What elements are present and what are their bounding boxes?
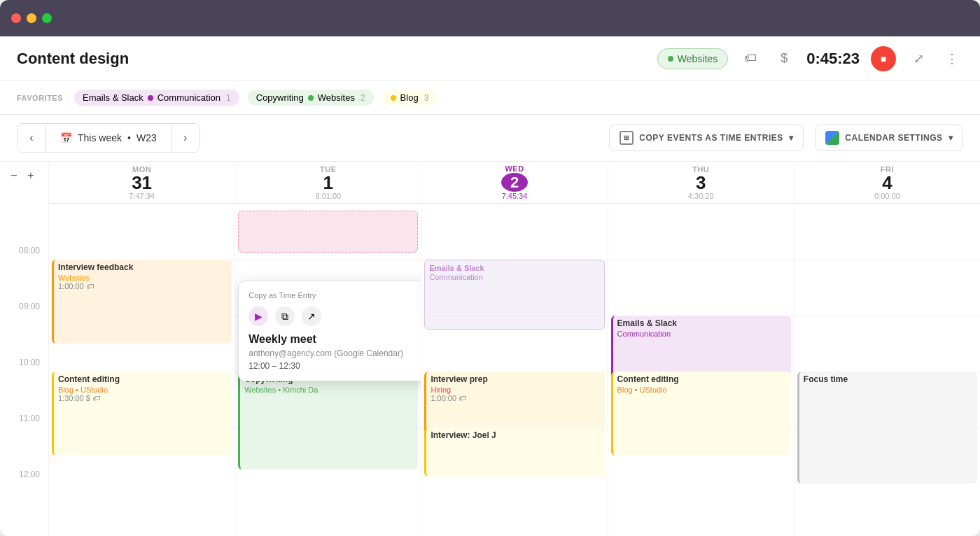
day-header-thu: THU 3 4:30:20 [608, 162, 794, 204]
project-name: Websites [678, 53, 718, 64]
hour-line-fri-0 [794, 204, 980, 204]
calendar-settings-button[interactable]: CALENDAR SETTINGS ▾ [815, 125, 963, 151]
emails-dot [148, 95, 153, 101]
week-number: W23 [136, 132, 157, 143]
event-interview-feedback[interactable]: Interview feedback Websites 1:00:00 🏷 [52, 260, 232, 344]
event-project-ce: Blog • UStudio [58, 386, 227, 394]
stop-button[interactable]: ■ [871, 46, 896, 71]
event-title-esw: Emails & Slack [429, 263, 599, 273]
popup-open-button[interactable]: ↗ [302, 306, 321, 326]
time-1100: 11:00 [0, 414, 48, 470]
hour-line-0 [49, 204, 234, 204]
event-content-editing-mon[interactable]: Content editing Blog • UStudio 1:30:00 $… [52, 372, 232, 456]
blog-count: 3 [424, 93, 429, 103]
event-content-editing-thu[interactable]: Content editing Blog • UStudio [611, 372, 791, 456]
day-time-thu: 4:30:20 [688, 192, 714, 200]
favorites-label: FAVORITES [17, 94, 63, 102]
event-project: Websites [58, 274, 227, 282]
day-num-tue: 1 [323, 174, 333, 192]
calendar-settings-label: CALENDAR SETTINGS [845, 133, 942, 143]
week-separator: • [127, 132, 131, 143]
calendar-body: − + 08:00 09:00 10:00 11:00 12:00 MON 31… [0, 162, 980, 536]
header: Content design Websites 🏷 $ 0:45:23 ■ ⤢ … [0, 36, 980, 81]
event-sub-esw: Communication [429, 273, 599, 281]
tag-icon[interactable]: 🏷 [739, 48, 762, 70]
event-title-ip: Interview prep [430, 374, 600, 386]
project-badge[interactable]: Websites [657, 48, 728, 69]
hour-line-fri-2 [794, 316, 980, 316]
event-emails-slack-wed[interactable]: Emails & Slack Communication [424, 260, 604, 330]
close-button[interactable] [11, 13, 21, 23]
websites-label: Websites [318, 92, 355, 103]
zoom-controls: − + [6, 167, 39, 184]
traffic-lights [11, 13, 52, 23]
day-events-thu: Emails & Slack Communication Content edi… [608, 204, 794, 536]
popup-source: anthony@agency.com (Google Calendar) [248, 348, 421, 358]
hour-line-fri-1 [794, 260, 980, 260]
day-events-mon: Interview feedback Websites 1:00:00 🏷 Co… [49, 204, 234, 536]
day-num-wed: 2 [501, 173, 528, 192]
days-grid: MON 31 7:47:34 Interview feedback Websit… [49, 162, 980, 536]
zoom-in-button[interactable]: + [22, 167, 39, 184]
main-window: Content design Websites 🏷 $ 0:45:23 ■ ⤢ … [0, 0, 980, 536]
day-col-thu: THU 3 4:30:20 Emails & Slack Communicati… [608, 162, 794, 536]
header-actions: Websites 🏷 $ 0:45:23 ■ ⤢ ⋮ [657, 46, 963, 71]
copy-events-button[interactable]: ⊞ COPY EVENTS AS TIME ENTRIES ▾ [609, 125, 804, 151]
event-interview-joel[interactable]: Interview: Joel J [424, 428, 604, 477]
cal-settings-chevron: ▾ [948, 133, 953, 143]
blog-dot [391, 95, 396, 101]
minimize-button[interactable] [27, 13, 36, 23]
sidebar-item-copywriting[interactable]: Copywriting Websites 2 [248, 90, 374, 106]
billing-icon[interactable]: $ [773, 48, 795, 70]
event-project-cet: Blog • UStudio [617, 386, 787, 394]
project-dot [668, 56, 673, 62]
event-cal-tue[interactable] [238, 211, 418, 253]
event-project-cw: Websites • Kimchi Da [244, 386, 414, 394]
day-col-mon: MON 31 7:47:34 Interview feedback Websit… [49, 162, 235, 536]
event-title-ij: Interview: Joel J [430, 430, 600, 442]
day-header-wed: WED 2 7:45:34 [421, 162, 607, 204]
event-popup: Copy as Time Entry ▶ ⧉ ↗ Weekly meet ant… [238, 281, 421, 381]
event-copywriting[interactable]: Copywriting Websites • Kimchi Da [238, 372, 418, 470]
next-week-button[interactable]: › [172, 124, 200, 152]
popup-actions: ▶ ⧉ ↗ [248, 306, 421, 326]
event-project-est: Communication [617, 330, 787, 338]
maximize-button[interactable] [42, 13, 52, 23]
popup-label: Copy as Time Entry [248, 291, 421, 299]
day-num-mon: 31 [132, 174, 152, 192]
hour-line-wed-0 [421, 204, 607, 204]
event-title: Interview feedback [58, 262, 227, 274]
popup-time: 12:00 – 12:30 [248, 361, 421, 371]
time-1200: 12:00 [0, 470, 48, 526]
event-title-est: Emails & Slack [617, 318, 787, 330]
event-meta: 1:00:00 🏷 [58, 282, 227, 290]
more-icon[interactable]: ⋮ [941, 48, 963, 70]
copywriting-count: 2 [360, 93, 365, 103]
zoom-out-button[interactable]: − [6, 167, 22, 184]
emails-slack-label: Emails & Slack [83, 92, 144, 103]
time-0800: 08:00 [0, 246, 48, 302]
time-column: − + 08:00 09:00 10:00 11:00 12:00 [0, 162, 49, 536]
calendar-icon: 📅 [60, 132, 72, 143]
popup-play-button[interactable]: ▶ [248, 306, 268, 326]
copy-events-icon: ⊞ [620, 131, 634, 145]
day-num-fri: 4 [882, 174, 892, 192]
emails-count: 1 [226, 93, 231, 103]
app-title: Content design [17, 50, 657, 68]
sidebar-item-blog[interactable]: Blog 3 [382, 90, 438, 106]
event-meta-ce: 1:30:00 $ 🏷 [58, 394, 227, 402]
prev-week-button[interactable]: ‹ [18, 124, 46, 152]
expand-icon[interactable]: ⤢ [907, 48, 930, 70]
week-label: 📅 This week • W23 [46, 124, 172, 152]
toolbar: ‹ 📅 This week • W23 › ⊞ COPY EVENTS AS T… [0, 115, 980, 162]
popup-copy-button[interactable]: ⧉ [275, 306, 295, 326]
event-focus-time[interactable]: Focus time [797, 372, 977, 484]
hour-line-tue-1 [235, 260, 421, 260]
copy-events-chevron: ▾ [789, 133, 794, 143]
titlebar [0, 0, 980, 36]
sidebar-item-emails-slack[interactable]: Emails & Slack Communication 1 [74, 90, 239, 106]
day-events-wed: Emails & Slack Communication Interview p… [421, 204, 607, 536]
day-header-mon: MON 31 7:47:34 [49, 162, 234, 204]
week-text: This week [78, 132, 122, 143]
day-time-fri: 0:00:00 [874, 192, 900, 200]
